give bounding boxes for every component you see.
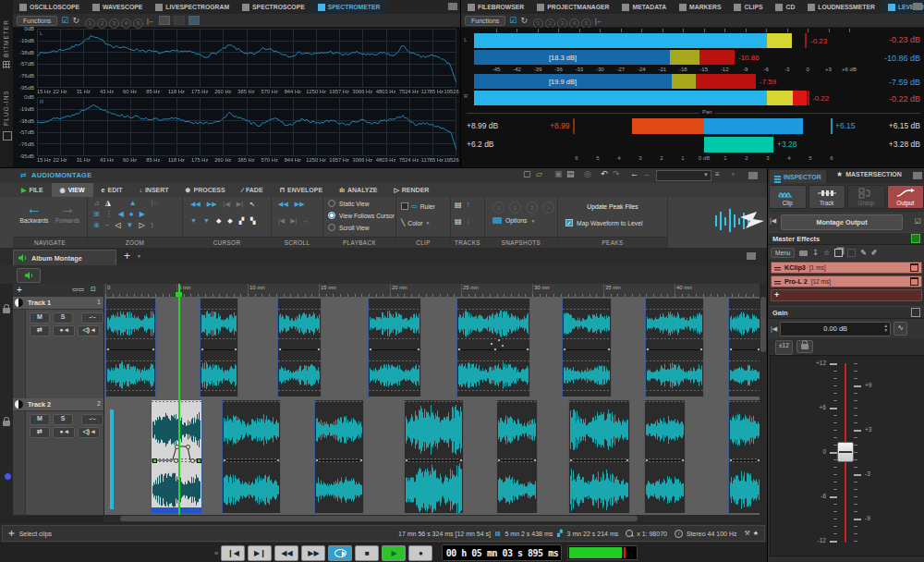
gain-spinner[interactable]: 0.00 dB ▲▼: [780, 322, 891, 336]
zoom-down-icon[interactable]: ▼: [127, 221, 134, 229]
envelope-node[interactable]: [533, 458, 537, 462]
range-button[interactable]: ±12: [775, 340, 793, 355]
zoom-in-h-icon[interactable]: ▷: [139, 221, 144, 229]
mode-button-group[interactable]: Group: [847, 185, 885, 209]
menu-tab-envelope[interactable]: ⊓ENVELOPE: [272, 183, 332, 197]
preset-1-button[interactable]: 1: [533, 18, 543, 29]
zoom-refresh-icon[interactable]: ◮: [105, 199, 111, 207]
output-check-icon[interactable]: ☑: [915, 217, 921, 226]
bitmeter-rail-tab[interactable]: BITMETER: [3, 2, 9, 57]
audio-clip[interactable]: [200, 299, 238, 397]
cursor-end-icon[interactable]: ▶▶: [207, 201, 217, 208]
folder-icon[interactable]: [799, 250, 808, 256]
tab-metadata[interactable]: METADATA: [615, 0, 673, 14]
menu-tab-view[interactable]: ◉VIEW: [52, 183, 93, 197]
audio-format[interactable]: Stereo 44 100 Hz: [687, 531, 736, 537]
playback-option-static-view[interactable]: Static View: [328, 200, 370, 207]
zoom-left-icon[interactable]: ◀: [118, 210, 124, 218]
tab-oscilloscope[interactable]: OSCILLOSCOPE: [13, 0, 86, 14]
tools-icon[interactable]: ⚒: [744, 530, 749, 537]
playback-option-scroll-view[interactable]: Scroll View: [328, 224, 370, 231]
effect-slot-pro-l2[interactable]: Pro-L 2 [12 ms]: [771, 275, 922, 287]
tab-options-icon[interactable]: [747, 252, 756, 260]
tab-inspector[interactable]: INSPECTOR: [770, 170, 826, 183]
preset-1-button[interactable]: 1: [85, 18, 95, 29]
preset-4-button[interactable]: 4: [569, 18, 579, 29]
trash-icon[interactable]: [174, 16, 185, 25]
envelope-node[interactable]: [497, 458, 501, 462]
undo-icon[interactable]: ↶: [601, 170, 608, 178]
cursor-fade1-icon[interactable]: ▞: [239, 217, 244, 225]
preset-3-button[interactable]: 3: [109, 18, 119, 29]
preset-4-button[interactable]: 4: [121, 18, 131, 29]
mode-button-track[interactable]: Track: [808, 185, 846, 209]
envelope-node[interactable]: [317, 348, 321, 351]
plugins-rail-tab[interactable]: PLUG-INS: [3, 74, 9, 126]
audio-clip[interactable]: [644, 400, 686, 513]
output-button[interactable]: ◁) ◂: [78, 427, 100, 438]
bypass-icon[interactable]: [910, 263, 918, 272]
cursor-start-icon[interactable]: ◀◀: [190, 201, 201, 208]
envelope-node[interactable]: [359, 458, 363, 462]
cursor-arrow-icon[interactable]: ↖: [249, 201, 255, 208]
audio-clip[interactable]: [222, 400, 281, 513]
gain-header[interactable]: Gain: [768, 306, 924, 319]
audio-clip-selected[interactable]: [151, 400, 202, 513]
stop-button[interactable]: ■: [355, 545, 379, 561]
envelope-node[interactable]: [729, 458, 733, 462]
envelope-node[interactable]: [607, 348, 611, 351]
rail-grid-icon[interactable]: [3, 61, 10, 68]
montage-output-select[interactable]: Montage Output: [781, 214, 903, 230]
playhead-cursor[interactable]: [178, 284, 180, 515]
settings-check-icon[interactable]: ☑: [61, 17, 68, 25]
track-fold-icon[interactable]: ⊡: [91, 286, 96, 293]
spinner-arrows-icon[interactable]: ▲▼: [883, 324, 888, 333]
ruler-checkbox[interactable]: ▭ Ruler: [401, 202, 435, 210]
h-scrollbar-thumb[interactable]: [120, 516, 638, 521]
envelope-node[interactable]: [457, 348, 461, 351]
envelope-node[interactable]: [626, 458, 629, 462]
envelope-node[interactable]: [646, 348, 650, 351]
panel-options-icon[interactable]: [913, 172, 922, 179]
track-down-icon[interactable]: ↓: [467, 217, 470, 226]
functions-button[interactable]: Functions: [465, 16, 505, 26]
audio-clip[interactable]: [277, 299, 322, 397]
rewind-button[interactable]: ◀◀: [274, 545, 298, 561]
go-end-button[interactable]: ▶❙: [248, 545, 272, 561]
redo-icon[interactable]: ↷: [613, 170, 620, 178]
track-name-row[interactable]: Track 11: [13, 297, 103, 310]
routing-button[interactable]: ⇄: [30, 325, 50, 336]
record-arm-button[interactable]: ● ◂: [53, 325, 75, 336]
solo-button[interactable]: S: [53, 312, 73, 324]
envelope-node[interactable]: [493, 348, 497, 351]
track-collapse-icon[interactable]: [15, 299, 23, 307]
track-collapse-icon[interactable]: [15, 400, 23, 409]
panel-options-icon[interactable]: [748, 172, 758, 179]
envelope-node[interactable]: [276, 458, 280, 462]
preset-3-button[interactable]: 3: [557, 18, 567, 29]
paste-icon[interactable]: [847, 249, 856, 257]
tab-spectroscope[interactable]: SPECTROSCOPE: [236, 0, 311, 14]
scroll-left-icon[interactable]: |◀: [278, 217, 285, 225]
envelope-curve-icon[interactable]: ∿: [894, 322, 907, 336]
tab-cd[interactable]: CD: [769, 0, 801, 14]
new-clip-icon[interactable]: ▢: [523, 170, 531, 178]
tab-spectrometer[interactable]: SPECTROMETER: [311, 0, 387, 14]
mute-button[interactable]: M: [30, 312, 50, 324]
audio-clip[interactable]: [456, 299, 530, 397]
clip-group-icon[interactable]: ▭▭: [72, 286, 84, 293]
zoom-lock-icon[interactable]: ⊿: [93, 199, 100, 207]
audio-clip[interactable]: [368, 299, 421, 397]
envelope-node[interactable]: [729, 348, 733, 351]
reset-gain-icon[interactable]: |◀: [771, 325, 777, 333]
mute-button[interactable]: M: [30, 414, 50, 425]
track1-lock-icon[interactable]: [3, 308, 10, 313]
snapshot-•-button[interactable]: •: [542, 202, 554, 214]
go-start-button[interactable]: ❙◀: [221, 545, 245, 561]
zoom-ratio[interactable]: x 1: 98070: [637, 531, 667, 537]
tab-clips[interactable]: CLIPS: [727, 0, 769, 14]
record-button[interactable]: ●: [408, 545, 432, 561]
menu-tab-insert[interactable]: ↓INSERT: [130, 183, 176, 197]
functions-button[interactable]: Functions: [17, 16, 57, 26]
menu-tab-file[interactable]: ▶FILE: [13, 183, 52, 197]
